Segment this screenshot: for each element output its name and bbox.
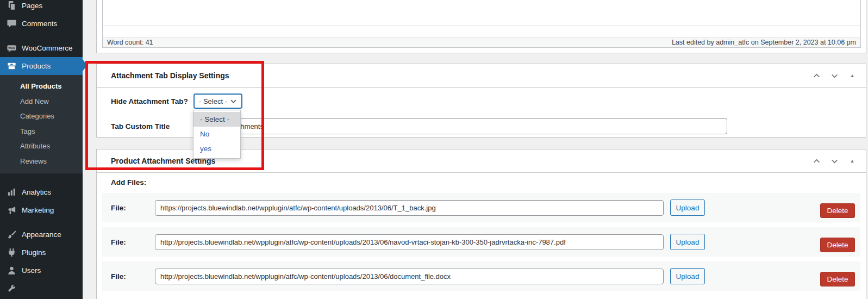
upload-button[interactable]: Upload	[670, 234, 705, 250]
admin-sidebar: Pages Comments WOO WooCommerce Products …	[0, 0, 83, 299]
move-down-button[interactable]	[828, 70, 840, 82]
add-files-label: Add Files:	[111, 178, 866, 186]
sidebar-item-attributes[interactable]: Attributes	[0, 139, 83, 154]
product-attachment-settings-panel: Product Attachment Settings ▲ Add Files:…	[96, 149, 866, 299]
dropdown-option-no[interactable]: No	[193, 127, 240, 141]
products-submenu: All Products Add New Categories Tags Att…	[0, 75, 83, 173]
panel-actions: ▲	[810, 155, 858, 167]
hide-tab-dropdown: - Select - No yes	[193, 110, 241, 159]
toggle-panel-button[interactable]: ▲	[846, 70, 858, 82]
select-value: - Select -	[199, 97, 227, 105]
file-label: File:	[111, 238, 155, 246]
sidebar-item-add-new[interactable]: Add New	[0, 94, 83, 109]
sidebar-item-products[interactable]: Products	[0, 57, 83, 75]
sidebar-item-marketing[interactable]: Marketing	[0, 201, 83, 219]
file-row: File: Upload Delete	[102, 227, 860, 257]
sidebar-item-label: WooCommerce	[22, 44, 73, 52]
wordpress-admin: Pages Comments WOO WooCommerce Products …	[0, 0, 868, 299]
sidebar-item-tools[interactable]	[0, 279, 83, 297]
upload-button[interactable]: Upload	[670, 268, 705, 284]
triangle-up-icon: ▲	[850, 73, 855, 78]
file-row: File: Upload Delete	[102, 193, 860, 222]
chevron-down-icon	[830, 157, 839, 166]
tools-icon	[6, 283, 17, 294]
editor-status-bar: Word count: 41 Last edited by admin_atfc…	[103, 38, 860, 47]
sidebar-item-comments[interactable]: Comments	[0, 15, 83, 33]
triangle-up-icon: ▲	[850, 159, 855, 164]
file-label: File:	[111, 272, 155, 281]
editor-panel: Word count: 41 Last edited by admin_atfc…	[96, 0, 866, 53]
marketing-icon	[6, 205, 17, 216]
file-row: File: Upload Delete	[102, 261, 860, 291]
sidebar-item-label: Products	[22, 62, 51, 70]
users-icon	[6, 265, 17, 276]
admin-content: Word count: 41 Last edited by admin_atfc…	[83, 0, 868, 299]
active-menu-arrow	[83, 59, 87, 71]
chevron-up-icon	[812, 157, 821, 166]
sidebar-item-tags[interactable]: Tags	[0, 124, 83, 139]
sidebar-item-label: Analytics	[22, 188, 51, 196]
panel-header: Attachment Tab Display Settings ▲	[97, 64, 866, 88]
toggle-panel-button[interactable]: ▲	[846, 155, 858, 167]
upload-button[interactable]: Upload	[670, 200, 705, 216]
woocommerce-icon: WOO	[6, 43, 17, 54]
sidebar-item-label: Pages	[22, 2, 42, 10]
file-url-input[interactable]	[155, 234, 664, 250]
hide-attachment-tab-select[interactable]: - Select -	[193, 94, 242, 109]
sidebar-item-all-products[interactable]: All Products	[0, 79, 83, 94]
sidebar-item-label: Appearance	[22, 231, 61, 239]
sidebar-separator	[0, 33, 83, 39]
analytics-icon	[6, 187, 17, 198]
hide-attachment-row: Hide Attachment Tab? - Select -	[111, 94, 866, 109]
editor-text-area[interactable]	[103, 0, 860, 26]
products-icon	[6, 61, 17, 72]
svg-text:WOO: WOO	[8, 47, 15, 49]
chevron-down-icon	[230, 98, 237, 105]
file-url-input[interactable]	[155, 269, 664, 284]
hide-attachment-label: Hide Attachment Tab?	[111, 97, 193, 105]
tab-custom-title-input[interactable]	[193, 118, 727, 134]
plugins-icon	[6, 247, 17, 258]
panel-title: Attachment Tab Display Settings	[111, 71, 229, 80]
sidebar-item-pages[interactable]: Pages	[0, 0, 83, 15]
sidebar-item-users[interactable]: Users	[0, 261, 83, 279]
sidebar-item-label: Marketing	[22, 206, 54, 214]
sidebar-item-woocommerce[interactable]: WOO WooCommerce	[0, 39, 83, 57]
sidebar-gap	[0, 173, 83, 183]
sidebar-item-label: Comments	[22, 20, 57, 28]
chevron-up-icon	[812, 71, 821, 80]
sidebar-item-label: Plugins	[22, 248, 46, 257]
word-count: Word count: 41	[107, 39, 153, 46]
move-up-button[interactable]	[810, 155, 822, 167]
last-edited-note: Last edited by admin_atfc on September 2…	[672, 39, 856, 46]
sidebar-item-appearance[interactable]: Appearance	[0, 226, 83, 244]
panel-actions: ▲	[810, 70, 858, 82]
file-url-input[interactable]	[155, 200, 664, 216]
delete-button[interactable]: Delete	[820, 238, 855, 252]
sidebar-item-plugins[interactable]: Plugins	[0, 244, 83, 261]
editor-resize-strip	[103, 26, 860, 38]
delete-button[interactable]: Delete	[820, 272, 855, 286]
sidebar-item-reviews[interactable]: Reviews	[0, 154, 83, 169]
sidebar-item-label: Users	[22, 266, 41, 275]
move-down-button[interactable]	[828, 155, 840, 167]
editor-container: Word count: 41 Last edited by admin_atfc…	[102, 0, 861, 48]
comments-icon	[6, 18, 17, 29]
move-up-button[interactable]	[810, 70, 822, 82]
pages-icon	[6, 1, 17, 11]
sidebar-item-analytics[interactable]: Analytics	[0, 183, 83, 201]
tab-custom-title-label: Tab Custom Title	[111, 122, 193, 130]
chevron-down-icon	[830, 71, 839, 80]
dropdown-option-select[interactable]: - Select -	[193, 112, 240, 127]
sidebar-item-categories[interactable]: Categories	[0, 109, 83, 124]
appearance-icon	[6, 229, 17, 240]
dropdown-option-yes[interactable]: yes	[193, 141, 240, 156]
delete-button[interactable]: Delete	[820, 203, 855, 218]
file-label: File:	[111, 204, 155, 212]
sidebar-separator	[0, 219, 83, 226]
